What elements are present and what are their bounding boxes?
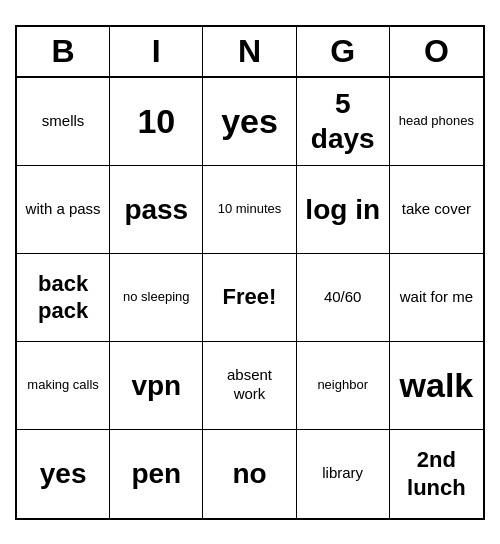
bingo-cell: walk bbox=[390, 342, 483, 430]
bingo-cell: 40/60 bbox=[297, 254, 390, 342]
bingo-cell: 5 days bbox=[297, 78, 390, 166]
bingo-cell: 10 bbox=[110, 78, 203, 166]
header-letter: O bbox=[390, 27, 483, 76]
bingo-cell: smells bbox=[17, 78, 110, 166]
bingo-cell: wait for me bbox=[390, 254, 483, 342]
bingo-cell: vpn bbox=[110, 342, 203, 430]
bingo-cell: take cover bbox=[390, 166, 483, 254]
bingo-cell: head phones bbox=[390, 78, 483, 166]
bingo-cell: library bbox=[297, 430, 390, 518]
header-letter: G bbox=[297, 27, 390, 76]
bingo-cell: back pack bbox=[17, 254, 110, 342]
bingo-cell: with a pass bbox=[17, 166, 110, 254]
bingo-cell: neighbor bbox=[297, 342, 390, 430]
bingo-cell: pass bbox=[110, 166, 203, 254]
bingo-cell: Free! bbox=[203, 254, 296, 342]
bingo-cell: yes bbox=[17, 430, 110, 518]
header-letter: B bbox=[17, 27, 110, 76]
bingo-cell: making calls bbox=[17, 342, 110, 430]
bingo-cell: log in bbox=[297, 166, 390, 254]
bingo-card: BINGO smells10yes5 dayshead phoneswith a… bbox=[15, 25, 485, 520]
bingo-grid: smells10yes5 dayshead phoneswith a passp… bbox=[17, 78, 483, 518]
bingo-cell: yes bbox=[203, 78, 296, 166]
bingo-cell: absent work bbox=[203, 342, 296, 430]
bingo-cell: no bbox=[203, 430, 296, 518]
bingo-header: BINGO bbox=[17, 27, 483, 78]
bingo-cell: pen bbox=[110, 430, 203, 518]
bingo-cell: 2nd lunch bbox=[390, 430, 483, 518]
header-letter: N bbox=[203, 27, 296, 76]
header-letter: I bbox=[110, 27, 203, 76]
bingo-cell: no sleeping bbox=[110, 254, 203, 342]
bingo-cell: 10 minutes bbox=[203, 166, 296, 254]
